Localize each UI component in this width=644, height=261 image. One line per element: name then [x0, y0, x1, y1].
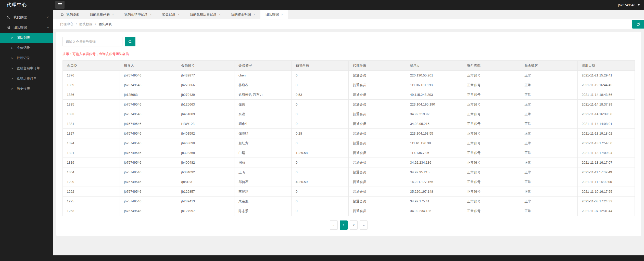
table-cell: 1304 [63, 167, 120, 177]
tab-label: 我的资金明细 [231, 12, 251, 17]
column-header-推荐人: 推荐人 [120, 61, 177, 71]
table-cell: 2021-11-14 14:08:01 [577, 119, 635, 129]
tab-close-icon[interactable]: × [178, 13, 180, 16]
table-row: 1304jb75749546jb384092王飞0普通会员34.92.95.21… [63, 167, 635, 177]
sidebar-toggle-button[interactable] [55, 1, 65, 9]
table-cell: jb75749546 [120, 119, 177, 129]
tab-close-icon[interactable]: × [253, 13, 255, 16]
table-cell: 正常 [520, 100, 577, 109]
sidebar-item-label: 竞猜交易中订单 [17, 66, 40, 71]
table-cell: 1263 [63, 206, 120, 216]
table-cell: jb75749546 [120, 187, 177, 197]
sidebar-item-label: 提现记录 [17, 56, 30, 60]
tab-close-icon[interactable]: × [281, 13, 283, 16]
table-cell: 117.136.73.6 [406, 148, 463, 158]
table-row: 1275jb75749546jb289413朱余淞0普通会员34.92.175.… [63, 197, 635, 206]
breadcrumb-item[interactable]: 团队数据 [79, 22, 93, 26]
tab-我的竞猜中记录[interactable]: 我的竞猜中记录× [119, 10, 157, 19]
search-button[interactable] [125, 37, 135, 46]
table-cell: 2021-11-13 17:09:04 [577, 148, 635, 158]
table-cell: 2021-11-19 16:44:45 [577, 80, 635, 90]
table-cell: 正常 [520, 187, 577, 197]
table-cell: 2021-11-14 16:39:58 [577, 109, 635, 119]
table-cell: jb129857 [177, 187, 234, 197]
column-header-登录ip: 登录ip [406, 61, 463, 71]
chevron-right-icon: > [11, 46, 13, 49]
column-header-账号类型: 账号类型 [463, 61, 520, 71]
table-cell: jb75749546 [120, 177, 177, 187]
sidebar-group-我的数据[interactable]: 我的数据> [0, 12, 53, 22]
user-menu[interactable]: jb75749546 [618, 3, 644, 7]
sidebar-item-充值记录[interactable]: >充值记录 [0, 43, 53, 53]
table-cell: 正常账号 [463, 90, 520, 100]
breadcrumb-item[interactable]: 代理中心 [60, 22, 73, 26]
tab-我的直推列表[interactable]: 我的直推列表× [85, 10, 119, 19]
tab-我的桌面[interactable]: 我的桌面 [55, 10, 85, 19]
table-cell: jb279439 [177, 90, 234, 100]
table-cell: 正常账号 [463, 80, 520, 90]
table-cell: jb75749546 [120, 100, 177, 109]
table-cell: 邱何石 [234, 177, 291, 187]
search-input[interactable] [62, 37, 122, 46]
table-cell: 普通会员 [349, 148, 406, 158]
table-cell: 34.92.95.215 [406, 119, 463, 129]
tab-close-icon[interactable]: × [150, 13, 152, 16]
breadcrumb-separator: / [95, 22, 96, 26]
table-cell: 普通会员 [349, 80, 406, 90]
sidebar-item-历史报表[interactable]: >历史报表 [0, 84, 53, 94]
sidebar-item-label: 充值记录 [17, 46, 30, 50]
table-cell: 2021-11-07 12:31:44 [577, 206, 635, 216]
pagination-page-1[interactable]: 1 [340, 220, 348, 230]
table-cell: 正常 [520, 158, 577, 167]
column-header-注册日期: 注册日期 [577, 61, 635, 71]
table-cell: 张晓晗 [234, 129, 291, 138]
sidebar-group-团队数据[interactable]: 团队数据> [0, 22, 53, 33]
table-cell: 正常账号 [463, 71, 520, 80]
table-cell: jb461889 [177, 109, 234, 119]
table-cell: 0 [292, 206, 349, 216]
table-row: 1335jb75749546jb125663张伟0普通会员223.104.195… [63, 100, 635, 109]
breadcrumb: 代理中心/团队数据/团队列表 [60, 22, 112, 27]
pagination-next-button[interactable]: » [360, 220, 368, 230]
table-cell: 张伟 [234, 100, 291, 109]
table-cell: jb463690 [177, 138, 234, 148]
column-header-钱包余额: 钱包余额 [292, 61, 349, 71]
refresh-button[interactable] [632, 20, 644, 29]
sidebar: 我的数据>团队数据>>团队列表>充值记录>提现记录>竞猜交易中订单>竞猜历史订单… [0, 10, 53, 255]
tab-我的竞猜历史记录[interactable]: 我的竞猜历史记录× [185, 10, 226, 19]
table-cell: 正常账号 [463, 197, 520, 206]
table-cell: 正常账号 [463, 158, 520, 167]
pagination-prev-button[interactable]: « [330, 220, 338, 230]
sidebar-group-label: 我的数据 [14, 15, 27, 20]
table-cell: 1292 [63, 187, 120, 197]
tab-团队数据[interactable]: 团队数据× [260, 10, 288, 19]
chevron-right-icon: > [11, 57, 13, 60]
tab-close-icon[interactable]: × [219, 13, 221, 16]
sidebar-item-竞猜交易中订单[interactable]: >竞猜交易中订单 [0, 63, 53, 73]
pagination-page-2[interactable]: 2 [350, 220, 358, 230]
table-cell: 111.61.196.38 [406, 138, 463, 148]
app-window: 代理中心 jb75749546 我的数据>团队数据>>团队列表>充值记录>提现记… [0, 0, 644, 261]
sidebar-item-竞猜历史订单[interactable]: >竞猜历史订单 [0, 73, 53, 84]
table-cell: qhs123 [177, 177, 234, 187]
tab-奖金记录[interactable]: 奖金记录× [157, 10, 185, 19]
table-cell: 正常账号 [463, 100, 520, 109]
table-cell: chen [234, 71, 291, 80]
table-cell: 正常账号 [463, 119, 520, 129]
table-cell: 1336 [63, 90, 120, 100]
table-cell: 35.220.197.148 [406, 187, 463, 197]
tab-我的资金明细[interactable]: 我的资金明细× [226, 10, 260, 19]
table-cell: 2021-11-13 19:18:02 [577, 129, 635, 138]
table-cell: 余锐 [234, 109, 291, 119]
table-cell: jb75749546 [120, 129, 177, 138]
table-cell: 2021-11-13 17:54:50 [577, 138, 635, 148]
sidebar-item-团队列表[interactable]: >团队列表 [0, 33, 53, 43]
table-cell: 周丽 [234, 158, 291, 167]
tab-close-icon[interactable]: × [112, 13, 114, 16]
table-row: 1324jb75749546jb463690赵红方0普通会员111.61.196… [63, 138, 635, 148]
sidebar-group-label: 团队数据 [14, 25, 27, 30]
chevron-down-icon [637, 4, 640, 6]
table-cell: 王飞 [234, 167, 291, 177]
table-cell: 胡永生 [234, 119, 291, 129]
sidebar-item-提现记录[interactable]: >提现记录 [0, 53, 53, 63]
